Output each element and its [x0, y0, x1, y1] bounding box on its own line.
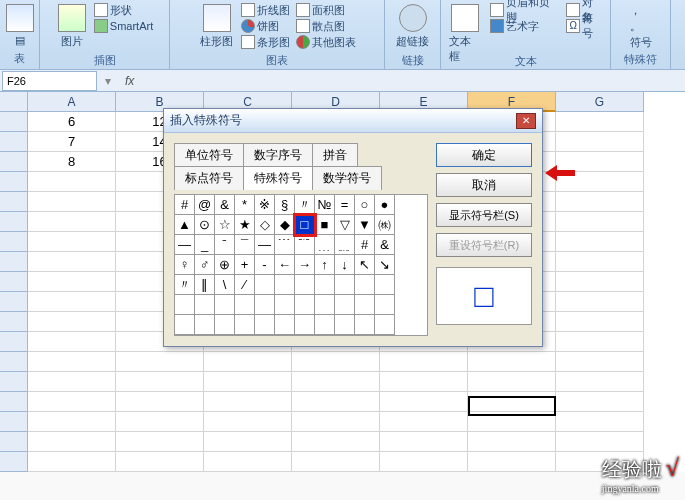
symbol-cell[interactable]: @ — [195, 195, 215, 215]
tab-pinyin[interactable]: 拼音 — [312, 143, 358, 167]
symbol-cell[interactable]: ▼ — [355, 215, 375, 235]
symbol-cell[interactable] — [375, 275, 395, 295]
comma-button[interactable]: ， — [628, 2, 654, 18]
symbol-cell[interactable] — [355, 295, 375, 315]
symbol-cell[interactable] — [375, 295, 395, 315]
symbol-cell[interactable]: & — [375, 235, 395, 255]
column-chart-button[interactable]: 柱形图 — [196, 2, 237, 51]
symbol-cell[interactable]: _ — [195, 235, 215, 255]
symbol-cell[interactable] — [215, 295, 235, 315]
line-chart-button[interactable]: 折线图 — [239, 2, 292, 18]
row-header[interactable] — [0, 332, 28, 352]
cell[interactable] — [116, 432, 204, 452]
symbol-cell[interactable] — [175, 315, 195, 335]
period-button[interactable]: 。 — [628, 18, 654, 34]
row-header[interactable] — [0, 232, 28, 252]
cell[interactable] — [116, 412, 204, 432]
tab-math[interactable]: 数学符号 — [312, 166, 382, 190]
row-header[interactable] — [0, 292, 28, 312]
cell[interactable] — [468, 412, 556, 432]
cell[interactable] — [468, 352, 556, 372]
symbol-cell[interactable] — [335, 275, 355, 295]
symbol-cell[interactable]: 〃 — [175, 275, 195, 295]
symbol-cell[interactable]: ﹍ — [315, 235, 335, 255]
symbol-cell[interactable]: § — [275, 195, 295, 215]
cell[interactable] — [292, 392, 380, 412]
row-header[interactable] — [0, 452, 28, 472]
cell[interactable] — [28, 212, 116, 232]
symbol-cell[interactable]: ♀ — [175, 255, 195, 275]
symbol-cell[interactable] — [275, 315, 295, 335]
cell[interactable] — [28, 172, 116, 192]
symbol-cell[interactable] — [315, 275, 335, 295]
symbol-cell[interactable] — [255, 295, 275, 315]
symbol-cell[interactable] — [235, 315, 255, 335]
symbol-cell[interactable]: ― — [255, 235, 275, 255]
cell[interactable] — [28, 312, 116, 332]
symbol-cell[interactable] — [295, 315, 315, 335]
cell[interactable] — [556, 272, 644, 292]
symbol-cell[interactable]: ‖ — [195, 275, 215, 295]
row-header[interactable] — [0, 112, 28, 132]
cell[interactable] — [556, 392, 644, 412]
symbol-cell[interactable]: ¯ — [235, 235, 255, 255]
symbol-cell[interactable]: & — [215, 195, 235, 215]
cell[interactable] — [468, 372, 556, 392]
symbol-cell[interactable]: = — [335, 195, 355, 215]
row-header[interactable] — [0, 192, 28, 212]
symbol-cell[interactable]: # — [175, 195, 195, 215]
scatter-chart-button[interactable]: 散点图 — [294, 18, 358, 34]
symbol-cell[interactable]: ★ — [235, 215, 255, 235]
cell[interactable] — [204, 392, 292, 412]
cell[interactable] — [380, 372, 468, 392]
symbol-cell[interactable]: ↑ — [315, 255, 335, 275]
cell[interactable] — [556, 372, 644, 392]
cell[interactable] — [380, 412, 468, 432]
headerfooter-button[interactable]: 页眉和页脚 — [488, 2, 563, 18]
show-symbolbar-button[interactable]: 显示符号栏(S) — [436, 203, 532, 227]
cell[interactable] — [28, 272, 116, 292]
cell[interactable] — [28, 372, 116, 392]
cell[interactable] — [204, 372, 292, 392]
symbol-cell[interactable] — [335, 295, 355, 315]
cell[interactable] — [28, 432, 116, 452]
symbol-cell[interactable]: ▲ — [175, 215, 195, 235]
cell[interactable] — [380, 452, 468, 472]
cell[interactable] — [292, 432, 380, 452]
cell[interactable] — [556, 192, 644, 212]
cell[interactable] — [28, 392, 116, 412]
cell[interactable] — [556, 312, 644, 332]
symbol-cell[interactable] — [295, 295, 315, 315]
row-header[interactable] — [0, 412, 28, 432]
close-button[interactable]: ✕ — [516, 113, 536, 129]
cell[interactable] — [28, 252, 116, 272]
cell[interactable] — [204, 352, 292, 372]
hyperlink-button[interactable]: 超链接 — [392, 2, 433, 51]
row-header[interactable] — [0, 312, 28, 332]
symbol-cell[interactable]: + — [235, 255, 255, 275]
symbol-cell[interactable] — [335, 315, 355, 335]
symbol-cell[interactable] — [295, 275, 315, 295]
symbol-cell[interactable]: ◆ — [275, 215, 295, 235]
cell[interactable] — [28, 292, 116, 312]
cell[interactable]: 8 — [28, 152, 116, 172]
cell[interactable] — [292, 372, 380, 392]
symbol-cell[interactable]: ♂ — [195, 255, 215, 275]
cell[interactable] — [380, 432, 468, 452]
name-box[interactable]: F26 — [2, 71, 97, 91]
cell[interactable]: 7 — [28, 132, 116, 152]
symbol-cell[interactable] — [235, 295, 255, 315]
cell[interactable] — [292, 352, 380, 372]
fx-label[interactable]: fx — [117, 74, 142, 88]
row-header[interactable] — [0, 352, 28, 372]
dialog-titlebar[interactable]: 插入特殊符号 ✕ — [164, 109, 542, 133]
cell[interactable] — [380, 392, 468, 412]
col-header[interactable]: A — [28, 92, 116, 112]
cell[interactable] — [556, 432, 644, 452]
symbol-cell[interactable]: ☆ — [215, 215, 235, 235]
cell[interactable] — [292, 452, 380, 472]
symbol-cell[interactable] — [195, 315, 215, 335]
symbol-cell[interactable] — [255, 275, 275, 295]
cell[interactable] — [116, 372, 204, 392]
symbol-cell[interactable]: ㈱ — [375, 215, 395, 235]
